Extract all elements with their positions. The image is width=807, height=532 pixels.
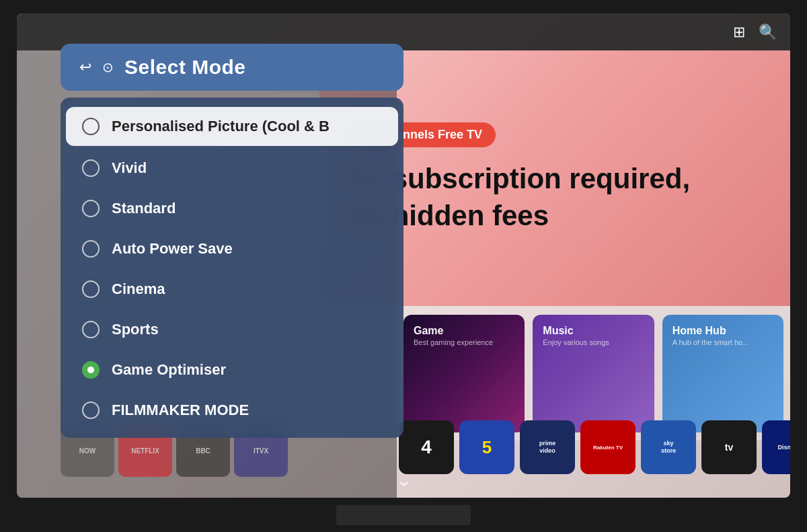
app-sky-label: skystore: [661, 440, 676, 455]
app-netflix-label: NETFLIX: [131, 447, 159, 455]
radio-filmmaker: [82, 402, 100, 419]
radio-cinema: [82, 280, 100, 298]
app-ch4-label: 4: [421, 436, 432, 458]
card-home-sublabel: A hub of the smart ho...: [672, 338, 749, 346]
radio-vivid: [82, 159, 100, 177]
app-now-label: NOW: [79, 447, 95, 455]
app-apple-text: tv: [725, 442, 733, 453]
mode-sports[interactable]: Sports: [66, 310, 398, 349]
app-itvx-label: ITVX: [254, 447, 268, 455]
card-home-label: Home Hub: [672, 325, 726, 337]
mode-standard-label: Standard: [112, 200, 176, 217]
mode-auto-power-save[interactable]: Auto Power Save: [66, 229, 398, 268]
app-rakuten[interactable]: Rakuten TV: [580, 420, 636, 474]
mode-auto-power-save-label: Auto Power Save: [112, 240, 233, 258]
card-music-label: Music: [543, 325, 573, 337]
mode-personalised[interactable]: Personalised Picture (Cool & B: [66, 107, 398, 146]
mode-game-optimiser[interactable]: Game Optimiser: [66, 350, 398, 389]
app-prime[interactable]: primevideo: [520, 420, 575, 474]
modes-list: Personalised Picture (Cool & B Vivid Sta…: [61, 98, 404, 438]
app-rakuten-label: Rakuten TV: [593, 445, 623, 451]
card-game[interactable]: Game Best gaming experience: [404, 315, 525, 432]
search-mode-icon: ⊙: [102, 59, 114, 75]
search-icon[interactable]: 🔍: [759, 24, 777, 41]
mode-filmmaker[interactable]: FILMMAKER MODE: [66, 391, 398, 430]
hero-line2-suffix: hidden fees: [392, 200, 549, 231]
mode-vivid[interactable]: Vivid: [66, 149, 398, 188]
mode-standard[interactable]: Standard: [66, 189, 398, 228]
card-home-hub[interactable]: Home Hub A hub of the smart ho...: [662, 315, 783, 432]
card-game-sublabel: Best gaming experience: [414, 338, 493, 346]
chevron-down[interactable]: ⌄: [396, 469, 412, 491]
select-mode-panel: ↩ ⊙ Select Mode Personalised Picture (Co…: [61, 44, 404, 438]
app-ch5[interactable]: 5: [459, 420, 514, 474]
radio-sports: [82, 321, 100, 338]
app-disney-label: Disney+: [778, 444, 790, 451]
app-ch5-label: 5: [482, 437, 492, 458]
card-game-label: Game: [414, 325, 443, 337]
tv-stand: [336, 505, 471, 525]
radio-personalised: [82, 118, 100, 135]
radio-game-optimiser: [82, 361, 100, 379]
mode-cinema[interactable]: Cinema: [66, 270, 398, 309]
mode-filmmaker-label: FILMMAKER MODE: [112, 402, 249, 419]
app-sky[interactable]: skystore: [641, 420, 696, 474]
mode-vivid-label: Vivid: [112, 159, 147, 177]
app-disney[interactable]: Disney+: [762, 420, 790, 474]
app-prime-label: primevideo: [539, 440, 556, 455]
app-ch4[interactable]: 4: [399, 420, 454, 474]
mode-game-optimiser-label: Game Optimiser: [112, 361, 226, 379]
mode-personalised-label: Personalised Picture (Cool & B: [112, 118, 330, 135]
radio-standard: [82, 200, 100, 217]
back-button[interactable]: ↩: [79, 59, 91, 76]
tv-screen: ⊞ 🔍 LG Channels Free TV No subscription …: [17, 13, 790, 498]
app-bbc-label: BBC: [196, 447, 210, 455]
recordings-icon[interactable]: ⊞: [733, 24, 745, 41]
apps-row: 4 5 primevideo Rakuten TV skystore tv Di…: [393, 417, 790, 478]
mode-cinema-label: Cinema: [112, 280, 165, 298]
mode-sports-label: Sports: [112, 321, 159, 338]
hero-title: No subscription required, No hidden fees: [346, 161, 763, 234]
app-apple[interactable]: tv: [701, 420, 757, 474]
card-music[interactable]: Music Enjoy various songs: [533, 315, 654, 432]
radio-auto-power-save: [82, 240, 100, 258]
select-mode-header: ↩ ⊙ Select Mode: [61, 44, 404, 91]
select-mode-title: Select Mode: [124, 56, 246, 79]
hero-line1-suffix: subscription required,: [392, 163, 690, 194]
card-music-sublabel: Enjoy various songs: [543, 338, 609, 346]
